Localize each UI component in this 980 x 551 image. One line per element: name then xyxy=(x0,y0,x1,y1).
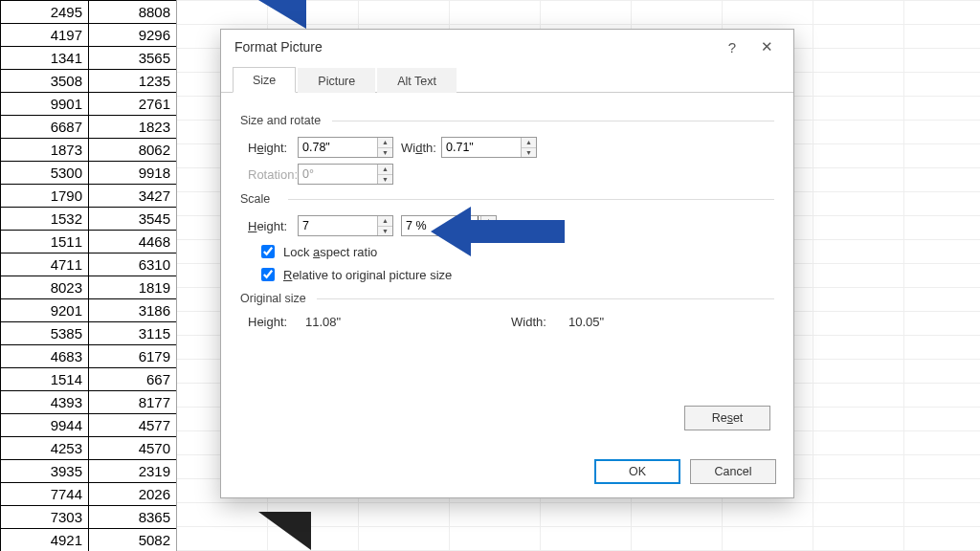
cell[interactable]: 4570 xyxy=(89,437,177,460)
cell[interactable]: 667 xyxy=(89,368,177,391)
cell[interactable]: 8023 xyxy=(1,276,89,299)
cell[interactable]: 1532 xyxy=(1,208,89,231)
tab-size[interactable]: Size xyxy=(233,67,296,93)
height-input[interactable] xyxy=(299,138,377,157)
table-row[interactable]: 1514667 xyxy=(1,368,177,391)
table-row[interactable]: 73038365 xyxy=(1,506,177,529)
cell[interactable]: 6687 xyxy=(1,116,89,139)
scale-width-spin-buttons[interactable]: ▲▼ xyxy=(480,216,496,235)
cell[interactable]: 3935 xyxy=(1,460,89,483)
table-row[interactable]: 80231819 xyxy=(1,276,177,299)
table-row[interactable]: 15323545 xyxy=(1,208,177,231)
ok-button[interactable]: OK xyxy=(594,459,680,484)
relative-size-checkbox[interactable] xyxy=(261,268,275,281)
cell[interactable]: 5300 xyxy=(1,162,89,185)
table-row[interactable]: 42534570 xyxy=(1,437,177,460)
cell[interactable]: 7744 xyxy=(1,483,89,506)
cell[interactable]: 8365 xyxy=(89,506,177,529)
cell[interactable]: 7303 xyxy=(1,506,89,529)
cell[interactable]: 1514 xyxy=(1,368,89,391)
label-width: Width: xyxy=(393,141,441,155)
table-row[interactable]: 17903427 xyxy=(1,185,177,208)
width-spinner[interactable]: ▲▼ xyxy=(441,137,537,158)
scale-width-spinner[interactable]: ▲▼ xyxy=(401,215,497,236)
data-table: 2495880841979296134135653508123599012761… xyxy=(0,0,177,551)
cell[interactable]: 3508 xyxy=(1,70,89,93)
orig-height-value: 11.08" xyxy=(305,315,341,329)
height-spinner[interactable]: ▲▼ xyxy=(298,137,393,158)
width-spin-buttons[interactable]: ▲▼ xyxy=(521,138,536,157)
help-button[interactable]: ? xyxy=(715,33,749,60)
cell[interactable]: 5082 xyxy=(89,529,177,552)
table-row[interactable]: 53009918 xyxy=(1,162,177,185)
cell[interactable]: 6310 xyxy=(89,253,177,276)
scale-height-spin-buttons[interactable]: ▲▼ xyxy=(377,216,392,235)
cell[interactable]: 1819 xyxy=(89,276,177,299)
cell[interactable]: 1341 xyxy=(1,47,89,70)
table-row[interactable]: 24958808 xyxy=(1,1,177,24)
cell[interactable]: 5385 xyxy=(1,322,89,345)
table-row[interactable]: 35081235 xyxy=(1,70,177,93)
table-row[interactable]: 49215082 xyxy=(1,529,177,552)
cell[interactable]: 3545 xyxy=(89,208,177,231)
table-row[interactable]: 99012761 xyxy=(1,93,177,116)
table-row[interactable]: 18738062 xyxy=(1,139,177,162)
width-input[interactable] xyxy=(442,138,521,157)
cell[interactable]: 2026 xyxy=(89,483,177,506)
cell[interactable]: 3427 xyxy=(89,185,177,208)
dialog-titlebar[interactable]: Format Picture ? ✕ xyxy=(221,30,793,64)
cell[interactable]: 2761 xyxy=(89,93,177,116)
table-row[interactable]: 15114468 xyxy=(1,231,177,253)
cell[interactable]: 8808 xyxy=(89,1,177,24)
cell[interactable]: 9901 xyxy=(1,93,89,116)
arrow-decor-top xyxy=(258,0,306,29)
table-row[interactable]: 92013186 xyxy=(1,299,177,322)
tab-picture[interactable]: Picture xyxy=(298,68,375,93)
cancel-button[interactable]: Cancel xyxy=(690,459,776,484)
cell[interactable]: 1511 xyxy=(1,231,89,253)
tab-alttext[interactable]: Alt Text xyxy=(377,68,457,93)
table-row[interactable]: 43938177 xyxy=(1,391,177,414)
table-row[interactable]: 13413565 xyxy=(1,47,177,70)
cell[interactable]: 9944 xyxy=(1,414,89,437)
cell[interactable]: 4393 xyxy=(1,391,89,414)
lock-aspect-checkbox[interactable] xyxy=(261,245,275,258)
table-row[interactable]: 46836179 xyxy=(1,345,177,368)
cell[interactable]: 8062 xyxy=(89,139,177,162)
cell[interactable]: 1823 xyxy=(89,116,177,139)
cell[interactable]: 4253 xyxy=(1,437,89,460)
table-row[interactable]: 99444577 xyxy=(1,414,177,437)
cell[interactable]: 9201 xyxy=(1,299,89,322)
cell[interactable]: 4921 xyxy=(1,529,89,552)
cell[interactable]: 4711 xyxy=(1,253,89,276)
table-row[interactable]: 53853115 xyxy=(1,322,177,345)
cell[interactable]: 9918 xyxy=(89,162,177,185)
cell[interactable]: 4197 xyxy=(1,24,89,47)
scale-height-input[interactable] xyxy=(299,216,377,235)
scale-width-input[interactable] xyxy=(402,216,476,235)
table-row[interactable]: 66871823 xyxy=(1,116,177,139)
cell[interactable]: 3565 xyxy=(89,47,177,70)
cell[interactable]: 1873 xyxy=(1,139,89,162)
cell[interactable]: 9296 xyxy=(89,24,177,47)
height-spin-buttons[interactable]: ▲▼ xyxy=(377,138,392,157)
cell[interactable]: 3186 xyxy=(89,299,177,322)
table-row[interactable]: 77442026 xyxy=(1,483,177,506)
cell[interactable]: 4683 xyxy=(1,345,89,368)
rotation-input xyxy=(299,165,377,184)
reset-button[interactable]: Reset xyxy=(684,406,770,430)
cell[interactable]: 4468 xyxy=(89,231,177,253)
table-row[interactable]: 39352319 xyxy=(1,460,177,483)
close-button[interactable]: ✕ xyxy=(749,33,784,60)
table-row[interactable]: 47116310 xyxy=(1,253,177,276)
cell[interactable]: 8177 xyxy=(89,391,177,414)
scale-height-spinner[interactable]: ▲▼ xyxy=(298,215,393,236)
cell[interactable]: 2495 xyxy=(1,1,89,24)
cell[interactable]: 6179 xyxy=(89,345,177,368)
cell[interactable]: 1235 xyxy=(89,70,177,93)
cell[interactable]: 4577 xyxy=(89,414,177,437)
cell[interactable]: 3115 xyxy=(89,322,177,345)
cell[interactable]: 1790 xyxy=(1,185,89,208)
table-row[interactable]: 41979296 xyxy=(1,24,177,47)
cell[interactable]: 2319 xyxy=(89,460,177,483)
